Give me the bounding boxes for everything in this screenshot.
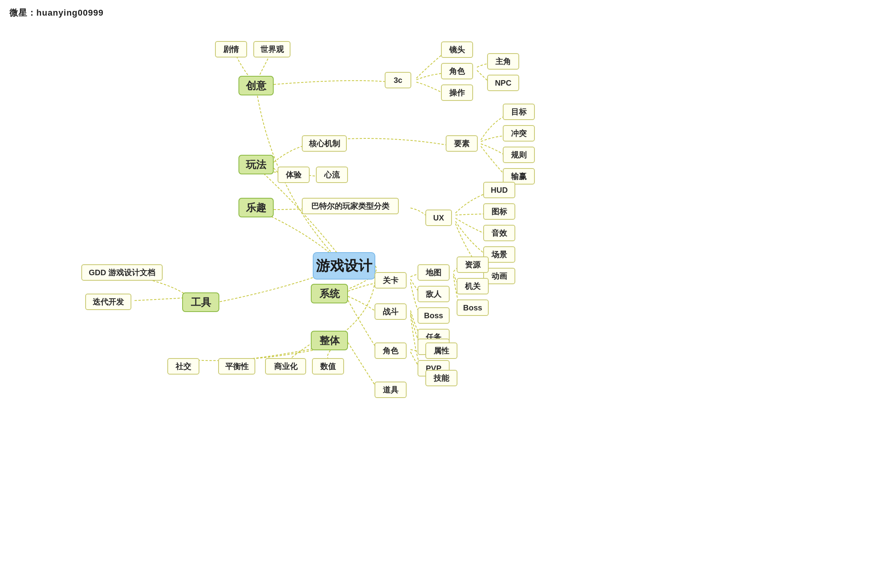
node-jiaose-3c[interactable]: 角色 [441, 63, 473, 79]
node-shejiao[interactable]: 社交 [167, 358, 199, 375]
node-3c[interactable]: 3c [385, 72, 411, 88]
node-jiangtou[interactable]: 镜头 [441, 41, 473, 58]
node-npc[interactable]: NPC [487, 75, 519, 91]
node-xinliu[interactable]: 心流 [316, 167, 348, 183]
node-tubiao[interactable]: 图标 [483, 203, 515, 220]
node-hud[interactable]: HUD [483, 182, 515, 198]
node-zhengti[interactable]: 整体 [311, 331, 348, 350]
node-wanfa[interactable]: 玩法 [238, 155, 274, 174]
node-yaosu[interactable]: 要素 [446, 135, 478, 152]
node-jiaose[interactable]: 角色 [375, 342, 407, 359]
node-hexinjizhi[interactable]: 核心机制 [302, 135, 347, 152]
node-shuxing[interactable]: 属性 [425, 342, 457, 359]
node-yinxiao[interactable]: 音效 [483, 225, 515, 241]
node-diedaikafai[interactable]: 迭代开发 [85, 294, 131, 310]
node-mubiao[interactable]: 目标 [503, 104, 535, 120]
node-gongju[interactable]: 工具 [182, 292, 219, 312]
node-xitong[interactable]: 系统 [311, 284, 348, 303]
node-boss2[interactable]: Boss [457, 299, 489, 316]
node-guize[interactable]: 规则 [503, 147, 535, 163]
node-guanka[interactable]: 关卡 [375, 272, 407, 289]
node-zhujiao[interactable]: 主角 [487, 53, 519, 70]
node-gdd[interactable]: GDD 游戏设计文档 [81, 264, 163, 281]
node-ditu[interactable]: 地图 [418, 264, 450, 281]
node-shuzhi[interactable]: 数值 [312, 358, 344, 375]
node-tiyan[interactable]: 体验 [278, 167, 310, 183]
node-jineng[interactable]: 技能 [425, 370, 457, 386]
node-ziyuan[interactable]: 资源 [457, 256, 489, 273]
node-pinghengxing[interactable]: 平衡性 [218, 358, 255, 375]
node-chongtu[interactable]: 冲突 [503, 125, 535, 142]
node-shanye[interactable]: 商业化 [265, 358, 306, 375]
node-daoju[interactable]: 道具 [375, 382, 407, 398]
node-lequ[interactable]: 乐趣 [238, 198, 274, 217]
node-bateer[interactable]: 巴特尔的玩家类型分类 [302, 198, 399, 214]
node-center[interactable]: 游戏设计 [313, 252, 375, 280]
node-shijieguan[interactable]: 世界观 [253, 41, 290, 57]
node-diren[interactable]: 敌人 [418, 286, 450, 302]
node-ux[interactable]: UX [425, 210, 452, 226]
node-zhanshou[interactable]: 战斗 [375, 303, 407, 320]
node-juqing[interactable]: 剧情 [215, 41, 247, 57]
node-jiguan[interactable]: 机关 [457, 278, 489, 294]
node-chuanyi[interactable]: 创意 [238, 76, 274, 95]
node-boss[interactable]: Boss [418, 307, 450, 324]
node-caozuo[interactable]: 操作 [441, 84, 473, 101]
